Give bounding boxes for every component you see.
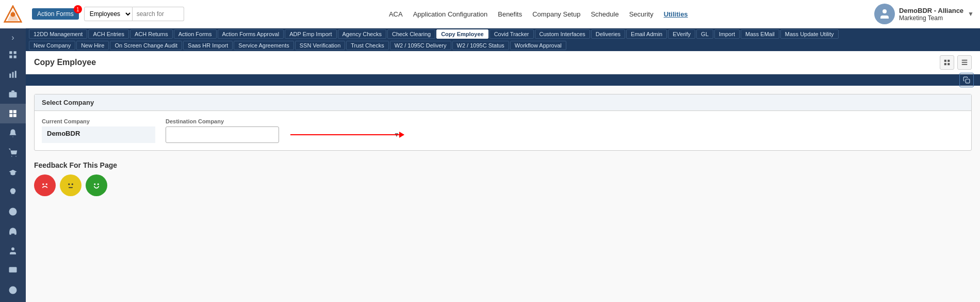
subnav-tag-adp-emp-import[interactable]: ADP Emp Import — [285, 29, 336, 39]
user-area: DemoBDR - Alliance Marketing Team ▼ — [874, 4, 974, 24]
subnav-tag-trust-checks[interactable]: Trust Checks — [346, 41, 388, 50]
subnav-tag-agency-checks[interactable]: Agency Checks — [338, 29, 386, 39]
copy-clipboard-button[interactable] — [959, 73, 974, 87]
subnav-tag-12dd-management[interactable]: 12DD Management — [29, 29, 87, 39]
subnav-tag-custom-interfaces[interactable]: Custom Interfaces — [535, 29, 590, 39]
svg-point-37 — [68, 183, 70, 185]
sidebar-item-headset[interactable] — [0, 221, 26, 241]
subnav-tag-w2-/-1095c-delivery[interactable]: W2 / 1095C Delivery — [390, 41, 451, 50]
svg-rect-30 — [962, 62, 968, 63]
red-arrow-annotation — [290, 134, 404, 135]
sidebar-item-dashboard[interactable] — [0, 104, 26, 123]
search-area: Employees — [84, 7, 184, 21]
feedback-good-button[interactable] — [86, 174, 107, 196]
nav-company-setup[interactable]: Company Setup — [531, 8, 581, 20]
sidebar-item-cart[interactable] — [0, 143, 26, 163]
subnav-tag-action-forms-approval[interactable]: Action Forms Approval — [218, 29, 284, 39]
subnav-tag-mass-email[interactable]: Mass EMail — [741, 29, 779, 39]
header-action-icons — [940, 55, 972, 70]
current-company-col: Current Company DemoBDR — [42, 118, 155, 143]
sidebar-item-monitor[interactable] — [0, 261, 26, 280]
subnav-tag-import[interactable]: Import — [714, 29, 740, 39]
sidebar-item-bell[interactable] — [0, 123, 26, 143]
subnav-tag-covid-tracker[interactable]: Covid Tracker — [489, 29, 534, 39]
svg-point-38 — [72, 183, 73, 185]
grid-view-button[interactable] — [940, 55, 954, 70]
svg-rect-10 — [9, 92, 17, 98]
subnav-tag-mass-update-utility[interactable]: Mass Update Utility — [780, 29, 839, 39]
company-form-row: Current Company DemoBDR Destination Comp… — [42, 118, 964, 143]
top-navigation: ACA Application Configuration Benefits C… — [203, 8, 874, 20]
subnav-tag-new-hire[interactable]: New Hire — [76, 41, 109, 50]
action-forms-button[interactable]: Action Forms 1 — [32, 8, 79, 20]
sidebar-item-briefcase[interactable] — [0, 84, 26, 104]
svg-rect-20 — [9, 267, 17, 273]
sidebar-item-graduation[interactable] — [0, 163, 26, 182]
sidebar-collapse-btn[interactable]: › — [0, 30, 26, 45]
sidebar-item-clock[interactable] — [0, 280, 26, 300]
svg-point-15 — [11, 156, 12, 157]
subnav-tag-new-company[interactable]: New Company — [29, 41, 75, 50]
list-view-button[interactable] — [957, 55, 972, 70]
svg-rect-6 — [14, 56, 17, 58]
svg-rect-27 — [944, 63, 946, 65]
destination-company-select-wrap: ▼ — [166, 126, 404, 143]
subnav-tag-ach-entries[interactable]: ACH Entries — [88, 29, 129, 39]
sidebar-item-person[interactable] — [0, 241, 26, 261]
subnav-tag-ach-returns[interactable]: ACH Returns — [130, 29, 173, 39]
svg-point-2 — [11, 12, 15, 17]
subnav-tag-on-screen-change-audit[interactable]: On Screen Change Audit — [110, 41, 182, 50]
subnav-tag-copy-employee[interactable]: Copy Employee — [436, 29, 488, 39]
nav-utilities[interactable]: Utilities — [663, 8, 689, 20]
svg-rect-4 — [14, 51, 17, 54]
subnav-tag-ssn-verification[interactable]: SSN Verification — [295, 41, 345, 50]
search-category-select[interactable]: Employees — [84, 7, 133, 21]
subnav-tag-check-clearing[interactable]: Check Clearing — [387, 29, 435, 39]
svg-rect-11 — [9, 110, 12, 113]
svg-rect-28 — [948, 63, 950, 65]
svg-point-34 — [42, 183, 44, 185]
svg-rect-9 — [15, 71, 17, 78]
user-dropdown-icon[interactable]: ▼ — [968, 10, 974, 18]
subnav-tag-workflow-approval[interactable]: Workflow Approval — [510, 41, 566, 50]
svg-rect-31 — [962, 64, 968, 65]
nav-benefits[interactable]: Benefits — [497, 8, 523, 20]
svg-point-35 — [46, 183, 47, 185]
user-info: DemoBDR - Alliance Marketing Team — [899, 7, 963, 22]
sidebar: › — [0, 0, 26, 302]
svg-rect-29 — [962, 60, 968, 61]
feedback-bad-button[interactable] — [34, 174, 56, 196]
destination-company-select[interactable] — [166, 126, 279, 143]
sidebar-item-chart[interactable] — [0, 65, 26, 84]
user-team: Marketing Team — [899, 14, 963, 22]
nav-app-config[interactable]: Application Configuration — [412, 8, 489, 20]
sidebar-item-bulb[interactable] — [0, 182, 26, 202]
page-title: Copy Employee — [34, 58, 96, 67]
progress-bar — [26, 74, 980, 86]
nav-aca[interactable]: ACA — [388, 8, 404, 20]
subnav-tag-w2-/-1095c-status[interactable]: W2 / 1095C Status — [452, 41, 509, 50]
svg-point-36 — [65, 180, 76, 191]
subnav-tag-service-agreements[interactable]: Service Agreements — [234, 41, 293, 50]
sidebar-item-question[interactable] — [0, 202, 26, 221]
subnav-tag-email-admin[interactable]: Email Admin — [626, 29, 667, 39]
svg-rect-32 — [966, 79, 970, 83]
subnav-tag-everify[interactable]: EVerify — [668, 29, 695, 39]
search-input[interactable] — [133, 7, 184, 21]
subnav-tag-action-forms[interactable]: Action Forms — [174, 29, 217, 39]
subnav-tag-gl[interactable]: GL — [696, 29, 713, 39]
svg-rect-26 — [948, 60, 950, 62]
svg-point-42 — [97, 183, 99, 185]
feedback-neutral-button[interactable] — [60, 174, 81, 196]
sidebar-item-grid[interactable] — [0, 45, 26, 65]
user-name: DemoBDR - Alliance — [899, 7, 963, 14]
svg-rect-25 — [944, 60, 946, 62]
section-header: Select Company — [35, 94, 971, 111]
svg-rect-3 — [9, 51, 12, 54]
nav-schedule[interactable]: Schedule — [590, 8, 619, 20]
destination-company-col: Destination Company ▼ — [166, 118, 404, 143]
subnav-tag-saas-hr-import[interactable]: Saas HR Import — [183, 41, 233, 50]
nav-security[interactable]: Security — [628, 8, 655, 20]
subnav-tag-deliveries[interactable]: Deliveries — [591, 29, 625, 39]
action-forms-badge: 1 — [74, 5, 82, 13]
